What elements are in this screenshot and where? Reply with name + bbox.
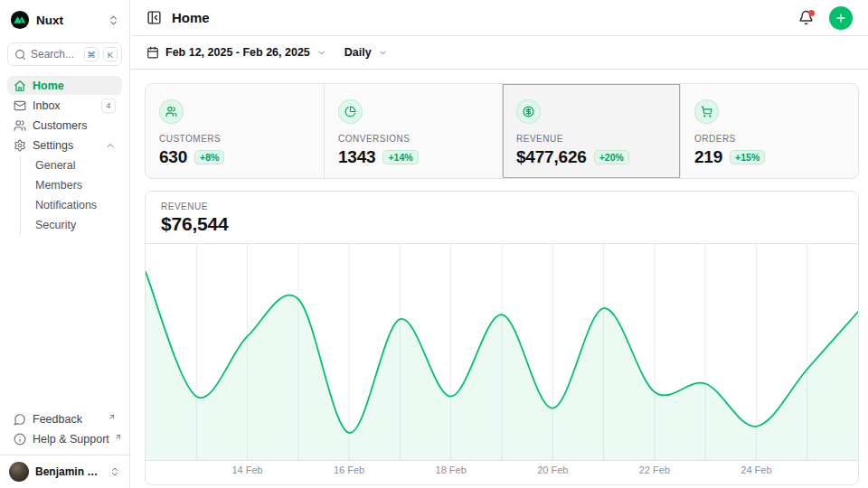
search-icon — [14, 49, 26, 61]
chevron-down-icon — [316, 48, 326, 58]
date-range-value: Feb 12, 2025 - Feb 26, 2025 — [165, 46, 310, 59]
user-menu[interactable]: Benjamin Canac — [0, 455, 129, 488]
chart-x-axis: 14 Feb16 Feb18 Feb20 Feb22 Feb24 Feb — [146, 461, 858, 483]
sidebar-top: Nuxt Search... ⌘ K Home — [0, 0, 129, 236]
chart-plot-area[interactable] — [146, 244, 858, 461]
inbox-icon — [14, 99, 26, 112]
stat-label: CONVERSIONS — [338, 134, 488, 144]
users-icon — [14, 119, 26, 132]
stat-card-orders[interactable]: ORDERS 219 +15% — [680, 84, 858, 178]
stat-label: CUSTOMERS — [159, 134, 310, 144]
stats-row: CUSTOMERS 630 +8% CONVERSIONS 1343 +14% — [145, 83, 859, 179]
sidebar-nav: Home Inbox 4 Customers — [7, 76, 122, 235]
x-axis-label: 16 Feb — [334, 465, 364, 475]
feedback-link[interactable]: Feedback — [7, 409, 122, 428]
message-bubble-icon — [14, 413, 26, 426]
sidebar-item-label: Settings — [33, 139, 99, 152]
sidebar-item-settings[interactable]: Settings — [7, 136, 122, 155]
add-button[interactable] — [829, 6, 853, 30]
x-axis-label: 24 Feb — [741, 465, 771, 475]
period-select[interactable]: Daily — [344, 46, 388, 59]
stat-label: REVENUE — [516, 134, 666, 144]
user-name: Benjamin Canac — [35, 465, 103, 478]
page-header: Home — [131, 0, 868, 36]
x-axis-label: 20 Feb — [537, 465, 568, 475]
users-icon — [159, 99, 184, 124]
period-value: Daily — [344, 46, 372, 59]
stat-value: 219 — [694, 147, 722, 167]
stat-value: $477,626 — [516, 147, 587, 167]
chevron-down-icon — [378, 48, 388, 58]
chart-header: REVENUE $76,544 — [146, 192, 858, 244]
chevrons-up-down-icon — [108, 14, 119, 26]
revenue-chart-card: REVENUE $76,544 14 Feb16 Feb18 Feb20 Feb… — [145, 191, 859, 485]
notification-dot — [808, 10, 815, 16]
stat-value: 630 — [159, 147, 187, 167]
chevrons-up-down-icon — [109, 466, 120, 477]
external-link-icon — [108, 413, 116, 421]
page-title: Home — [172, 10, 788, 25]
collapse-sidebar-button[interactable] — [146, 10, 162, 25]
settings-sub-list: General Members Notifications Security — [20, 155, 122, 235]
sidebar-item-general[interactable]: General — [35, 155, 122, 175]
search-input[interactable]: Search... ⌘ K — [7, 42, 122, 66]
help-support-label: Help & Support — [33, 433, 109, 446]
sidebar-item-label: Inbox — [33, 99, 95, 112]
sidebar-item-label: Home — [33, 80, 116, 92]
stat-label: ORDERS — [694, 134, 844, 144]
workspace-name: Nuxt — [36, 14, 101, 27]
stat-card-customers[interactable]: CUSTOMERS 630 +8% — [146, 84, 324, 178]
filters-toolbar: Feb 12, 2025 - Feb 26, 2025 Daily — [131, 36, 868, 70]
external-link-icon — [114, 433, 122, 441]
sidebar: Nuxt Search... ⌘ K Home — [0, 0, 130, 488]
date-range-picker[interactable]: Feb 12, 2025 - Feb 26, 2025 — [146, 46, 326, 59]
x-axis-label: 14 Feb — [231, 465, 262, 475]
sidebar-item-members[interactable]: Members — [35, 175, 122, 195]
sidebar-item-customers[interactable]: Customers — [7, 116, 122, 135]
info-circle-icon — [14, 433, 26, 446]
gear-icon — [14, 139, 26, 152]
sidebar-item-security[interactable]: Security — [35, 215, 122, 235]
x-axis-label: 18 Feb — [436, 465, 467, 475]
notifications-button[interactable] — [798, 10, 814, 25]
stat-card-conversions[interactable]: CONVERSIONS 1343 +14% — [324, 84, 502, 178]
kbd-k: K — [103, 47, 118, 61]
inbox-count-badge: 4 — [101, 99, 116, 113]
sidebar-item-home[interactable]: Home — [7, 76, 122, 95]
chart-metric-label: REVENUE — [161, 202, 843, 211]
help-support-link[interactable]: Help & Support — [7, 429, 122, 448]
sidebar-item-inbox[interactable]: Inbox 4 — [7, 96, 122, 115]
stat-value: 1343 — [338, 147, 375, 167]
revenue-area-chart — [146, 244, 858, 461]
plus-icon — [835, 12, 847, 24]
stat-card-revenue[interactable]: REVENUE $477,626 +20% — [502, 84, 680, 178]
content: CUSTOMERS 630 +8% CONVERSIONS 1343 +14% — [131, 70, 868, 485]
sidebar-item-label: Customers — [33, 119, 116, 132]
stat-delta-badge: +14% — [382, 150, 418, 164]
dashboard-app: Nuxt Search... ⌘ K Home — [0, 0, 868, 488]
avatar — [9, 462, 29, 482]
stat-delta-badge: +20% — [594, 150, 629, 164]
sidebar-footer: Feedback Help & Support — [0, 409, 129, 455]
x-axis-label: 22 Feb — [639, 465, 670, 475]
home-icon — [14, 80, 26, 92]
nuxt-logo-icon — [10, 10, 30, 30]
feedback-label: Feedback — [33, 413, 103, 426]
search-placeholder: Search... — [31, 48, 80, 61]
chart-metric-value: $76,544 — [161, 213, 843, 235]
sidebar-item-notifications[interactable]: Notifications — [35, 195, 122, 215]
workspace-switcher[interactable]: Nuxt — [7, 7, 122, 33]
stat-delta-badge: +15% — [730, 150, 765, 164]
chevron-up-icon — [105, 140, 116, 151]
sidebar-spacer — [0, 236, 129, 409]
calendar-icon — [146, 46, 159, 59]
stat-delta-badge: +8% — [194, 150, 224, 164]
pie-chart-icon — [338, 99, 363, 124]
cart-icon — [694, 99, 719, 124]
circle-dollar-icon — [516, 99, 541, 124]
main-area: Home Feb 12, 2025 - Feb 26, 2025 Daily — [131, 0, 868, 488]
kbd-meta: ⌘ — [84, 47, 99, 61]
